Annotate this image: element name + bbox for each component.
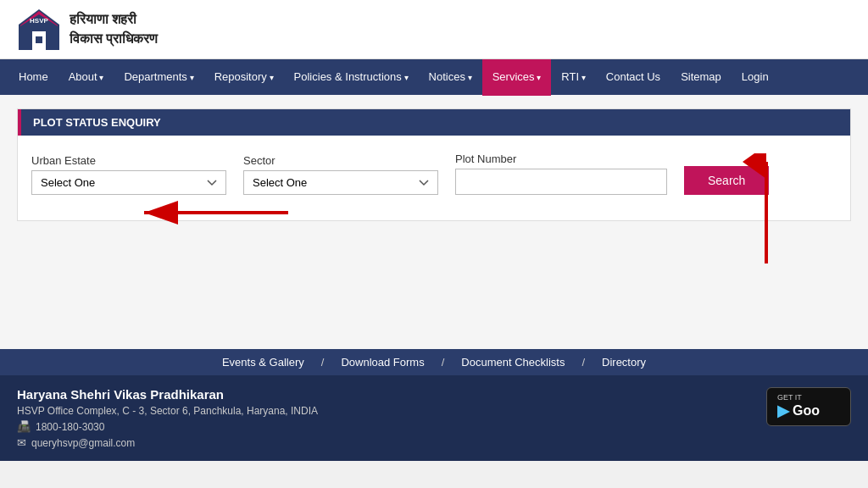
nav-policies[interactable]: Policies & Instructions [284, 59, 419, 96]
plot-number-input[interactable] [455, 169, 667, 195]
hsvp-logo: HSVP [17, 8, 61, 52]
footer-link-forms[interactable]: Download Forms [341, 356, 424, 369]
urban-estate-label: Urban Estate [31, 154, 226, 167]
main-nav: Home About Departments Repository Polici… [0, 59, 868, 95]
phone-icon: 📠 [17, 420, 31, 433]
footer-email-row: ✉ queryhsvp@gmail.com [17, 436, 318, 449]
arrow-up-indicator [732, 153, 800, 272]
org-name: हरियाणा शहरी विकास प्राधिकरण [70, 10, 158, 48]
play-icon: ▶ [777, 402, 789, 420]
section-header: PLOT STATUS ENQUIRY [18, 109, 850, 136]
svg-text:HSVP: HSVP [30, 17, 48, 25]
logo-box: HSVP हरियाणा शहरी विकास प्राधिकरण [17, 8, 158, 52]
sector-label: Sector [243, 154, 438, 167]
footer-address: HSVP Office Complex, C - 3, Sector 6, Pa… [17, 405, 318, 417]
nav-rti[interactable]: RTI [551, 59, 596, 96]
footer-links: Events & Gallery / Download Forms / Docu… [0, 349, 868, 375]
email-icon: ✉ [17, 436, 26, 449]
nav-sitemap[interactable]: Sitemap [670, 59, 732, 95]
nav-about[interactable]: About [58, 59, 114, 96]
footer-link-events[interactable]: Events & Gallery [222, 356, 304, 369]
footer-link-checklists[interactable]: Document Checklists [461, 356, 565, 369]
svg-rect-3 [36, 36, 42, 43]
nav-contact[interactable]: Contact Us [596, 59, 670, 95]
footer-org-name: Haryana Shehri Vikas Pradhikaran [17, 387, 318, 402]
arrow-left-indicator [136, 187, 305, 255]
footer-bottom: Haryana Shehri Vikas Pradhikaran HSVP Of… [0, 375, 868, 461]
arrows-container [17, 238, 851, 331]
nav-notices[interactable]: Notices [419, 59, 482, 96]
footer-link-directory[interactable]: Directory [602, 356, 646, 369]
plot-number-group: Plot Number [455, 152, 667, 195]
nav-login[interactable]: Login [732, 59, 779, 95]
app-store-badge[interactable]: GET IT ▶ Goo [766, 387, 851, 426]
nav-repository[interactable]: Repository [204, 59, 284, 96]
footer-email: queryhsvp@gmail.com [31, 437, 135, 449]
footer-phone: 1800-180-3030 [36, 421, 104, 433]
footer-info: Haryana Shehri Vikas Pradhikaran HSVP Of… [17, 387, 318, 449]
footer-phone-row: 📠 1800-180-3030 [17, 420, 318, 433]
nav-departments[interactable]: Departments [114, 59, 203, 96]
content-area: PLOT STATUS ENQUIRY Urban Estate Select … [0, 95, 868, 349]
site-header: HSVP हरियाणा शहरी विकास प्राधिकरण [0, 0, 868, 59]
get-it-text: GET IT [777, 393, 802, 402]
plot-number-label: Plot Number [455, 152, 667, 165]
nav-services[interactable]: Services [482, 59, 552, 96]
nav-home[interactable]: Home [8, 59, 58, 95]
store-name: ▶ Goo [777, 402, 820, 420]
